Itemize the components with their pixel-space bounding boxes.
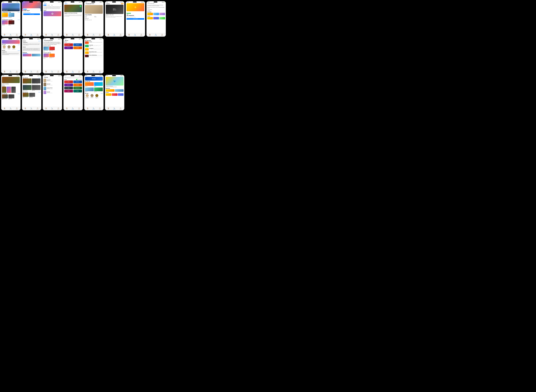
movie-card-furiosa[interactable]: Furiosa 24-05-2024 <box>8 20 14 26</box>
movie-card-insideout[interactable]: Inside Out 2 14-06-2024 <box>2 20 8 26</box>
genre-documentary-17[interactable]: Documentary <box>73 87 82 89</box>
nav-watchlist-6[interactable]: 📋Watchlist <box>120 34 122 36</box>
nav-discover-16[interactable]: 🔍Discover <box>51 107 53 110</box>
nav-home-16[interactable]: 🏠Home <box>45 107 47 110</box>
nav-watchlist-3[interactable]: 📋Watchlist <box>57 34 60 36</box>
trending-week-see-all[interactable]: See All <box>18 19 20 20</box>
nav-discover-8[interactable]: 🔍Discover <box>155 34 157 36</box>
movie-card-beverly[interactable]: Beverly Hills Cop: Axel F 03-07-2024 <box>2 13 8 19</box>
nav-home-10[interactable]: 🏠Home <box>25 71 26 73</box>
nav-watchlist-10[interactable]: 📋Watchlist <box>37 71 39 73</box>
nav-discover-13[interactable]: 🔍Discover <box>92 71 95 73</box>
reviews-see-all[interactable]: See All <box>18 50 20 51</box>
back-btn-16[interactable]: ‹ <box>43 77 44 78</box>
more-like-bottom-see-all[interactable]: See All <box>38 92 41 93</box>
genre-action-17[interactable]: Action <box>64 80 73 83</box>
nav-discover-6[interactable]: 🔍Discover <box>113 34 115 36</box>
nav-home-11[interactable]: 🏠Home <box>45 71 47 73</box>
movie-card-space[interactable]: Space Cadet 04-07-2024 <box>8 13 14 19</box>
add-watchlist-btn[interactable]: + Add to Watchlist <box>23 14 40 15</box>
more-like-see-all-14[interactable]: See All <box>18 93 20 94</box>
crime-tab[interactable]: Crime <box>121 3 124 4</box>
watchlist-simpsons[interactable]: The Simpsons Set in Springfield, the ave… <box>85 48 103 51</box>
nav-discover-15[interactable]: 🔍Discover <box>30 107 32 110</box>
nav-discover-1[interactable]: 🔍Discover <box>9 34 12 36</box>
nav-home-19[interactable]: 🏠Home <box>108 107 109 110</box>
back-btn-4[interactable]: ‹ <box>64 3 65 4</box>
more-movie-quiet[interactable]: A Quiet Place: Day O... 2024 <box>23 85 32 91</box>
nav-home-17[interactable]: 🏠Home <box>66 107 68 110</box>
more-movie-kingdom[interactable]: Kingdom of the Plan... 2024 <box>23 79 32 85</box>
actor-amy[interactable]: Amy Poehler Joy (Voice) Known for Depart… <box>43 79 61 82</box>
watchlist-furiosa[interactable]: Furiosa: A Mad Max Saga As the world fel… <box>85 55 103 58</box>
more-movie-badboys[interactable]: Bad Boys: Ride or Die 2024 2024 <box>32 79 41 85</box>
nav-home-14[interactable]: 🏠Home <box>4 107 5 110</box>
trending-today-see-all[interactable]: See All <box>18 12 20 13</box>
nav-discover-9[interactable]: 🔍Discover <box>9 71 12 73</box>
nav-watchlist-1[interactable]: 📋Watchlist <box>16 34 18 36</box>
bottom-kingdom[interactable]: Kingdom of the Pan... 2024 <box>23 93 29 98</box>
genre-animation-17[interactable]: Animation <box>64 84 73 86</box>
nav-home-12[interactable]: 🏠Home <box>66 71 68 73</box>
tab-about[interactable]: About <box>43 5 46 6</box>
top-crew-see-all[interactable]: See All <box>18 44 20 45</box>
simpsons-add-btn[interactable]: + Add to Watchlist <box>126 18 144 20</box>
back-btn-11[interactable]: ‹ <box>43 40 44 41</box>
more-like-see-all-18[interactable]: See All <box>101 81 103 82</box>
nav-watchlist-11[interactable]: 📋Watchlist <box>57 71 60 73</box>
filter-icon[interactable]: ⚡ <box>80 77 81 78</box>
nav-discover-19[interactable]: 🔍Discover <box>113 107 115 110</box>
more-movie-bikeriders[interactable]: The Bikeriders 2024 <box>32 85 41 91</box>
genre-action[interactable]: Action <box>64 43 73 46</box>
back-button-3[interactable]: ‹ <box>43 3 44 4</box>
nav-discover-10[interactable]: 🔍Discover <box>30 71 32 73</box>
genre-comedy[interactable]: Comedy <box>73 47 82 49</box>
genre-family-17[interactable]: Family <box>73 90 82 93</box>
watchlist-beverly[interactable]: Beverly Hills Cop: Axel F More than 30 y… <box>85 51 103 54</box>
back-btn-12[interactable]: ‹ <box>64 40 65 41</box>
nav-discover-14[interactable]: 🔍Discover <box>9 107 12 110</box>
nav-watchlist-13[interactable]: 📋Watchlist <box>99 71 101 73</box>
more-gravity-falls[interactable]: Gravity Falls 2012 <box>94 88 103 93</box>
nav-watchlist-19[interactable]: 📋Watchlist <box>120 107 122 110</box>
reviews-see-all-10[interactable]: See All <box>38 41 41 41</box>
actor-maya[interactable]: Maya Hawke Anxiety (voice) Known for Dep… <box>43 83 61 86</box>
known-series-1[interactable]: The Ellen DeGeneres Sho... 2003 <box>43 47 49 52</box>
nav-watchlist-4[interactable]: 📋Watchlist <box>78 34 80 36</box>
nav-home-6[interactable]: 🏠Home <box>108 34 109 36</box>
bottom-bikeriders[interactable]: The Bikeriders 2024 <box>29 93 35 98</box>
nav-watchlist-15[interactable]: 📋Watchlist <box>37 107 39 110</box>
more-bikeriders[interactable]: The Bikeriders 2024 <box>8 94 14 100</box>
nav-home-4[interactable]: 🏠Home <box>66 34 68 36</box>
nav-discover-11[interactable]: 🔍Discover <box>51 71 53 73</box>
more-futurama[interactable]: Futurama 1999 <box>94 82 103 87</box>
nav-watchlist-12[interactable]: 📋Watchlist <box>78 71 80 73</box>
nav-discover-5[interactable]: 🔍Discover <box>92 34 95 36</box>
nav-discover-18[interactable]: 🔍Discover <box>92 107 95 110</box>
nav-home-15[interactable]: 🏠Home <box>25 107 26 110</box>
genre-toggle[interactable] <box>76 79 78 80</box>
known-series-2[interactable]: Wonder Showzen 2005 <box>49 47 55 52</box>
known-movie-1[interactable]: Tenacious D In The Pick... 02-11-2006 <box>43 54 49 59</box>
nav-watchlist-14[interactable]: 📋Watchlist <box>16 107 18 110</box>
nav-home-3[interactable]: 🏠Home <box>45 34 47 36</box>
nav-home-8[interactable]: 🏠Home <box>149 34 151 36</box>
nav-home-5[interactable]: 🏠Home <box>87 34 88 36</box>
genre-adventure[interactable]: Adventure <box>73 43 82 46</box>
back-btn-5[interactable]: ‹ <box>85 4 85 5</box>
nav-home-9[interactable]: 🏠Home <box>4 71 5 73</box>
nav-watchlist-7[interactable]: 📋Watchlist <box>140 34 143 36</box>
nav-discover-12[interactable]: 🔍Discover <box>72 71 74 73</box>
trailer-thumb[interactable]: ▶ <box>43 11 61 16</box>
more-like-see-all[interactable]: See All <box>38 78 41 78</box>
nav-discover-2[interactable]: 🔍Discover <box>30 34 32 36</box>
genre-comedy-17[interactable]: Comedy <box>73 84 82 86</box>
nav-home-7[interactable]: 🏠Home <box>128 34 130 36</box>
nav-discover-3[interactable]: 🔍Discover <box>51 34 53 36</box>
genre-adventure-17[interactable]: Adventure <box>73 80 82 83</box>
top-cast-see-all-18[interactable]: See All <box>101 93 103 94</box>
nav-home-18[interactable]: 🏠Home <box>87 107 88 110</box>
nav-home-13[interactable]: 🏠Home <box>87 71 88 73</box>
actor-liza[interactable]: Liza Lapira Disgust (voice) Known for De… <box>43 91 61 94</box>
nav-home-2[interactable]: 🏠Home <box>25 34 26 36</box>
